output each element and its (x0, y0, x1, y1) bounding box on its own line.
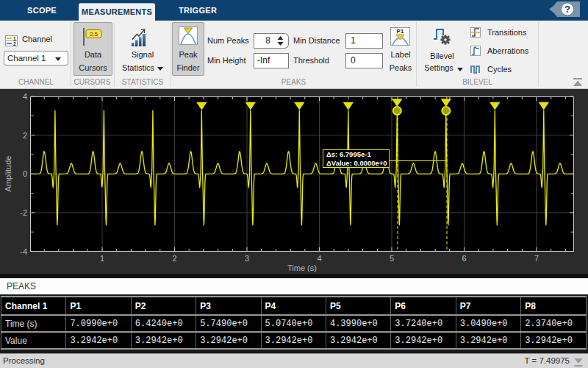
svg-text:6: 6 (462, 254, 466, 263)
svg-text:1: 1 (100, 254, 104, 263)
svg-text:2: 2 (172, 254, 176, 263)
svg-text:4: 4 (317, 254, 321, 263)
svg-text:3: 3 (245, 254, 249, 263)
svg-text:P1: P1 (397, 28, 404, 35)
svg-text:Amplitude: Amplitude (4, 156, 12, 192)
svg-text:5: 5 (390, 254, 394, 263)
svg-text:0: 0 (23, 169, 27, 178)
svg-text:ΔValue: 0.0000e+0: ΔValue: 0.0000e+0 (326, 159, 387, 167)
svg-text:2.5: 2.5 (90, 31, 98, 38)
svg-text:-4: -4 (20, 247, 27, 256)
svg-text:1: 1 (13, 36, 16, 41)
svg-text:2: 2 (23, 131, 27, 140)
svg-text:Time (s): Time (s) (287, 263, 317, 272)
svg-text:-2: -2 (20, 208, 27, 217)
svg-text:7: 7 (534, 254, 539, 263)
svg-text:Δs: 6.7995e-1: Δs: 6.7995e-1 (326, 150, 371, 158)
svg-text:2: 2 (13, 41, 16, 46)
svg-text:4: 4 (23, 92, 27, 101)
svg-text:?: ? (564, 4, 570, 15)
